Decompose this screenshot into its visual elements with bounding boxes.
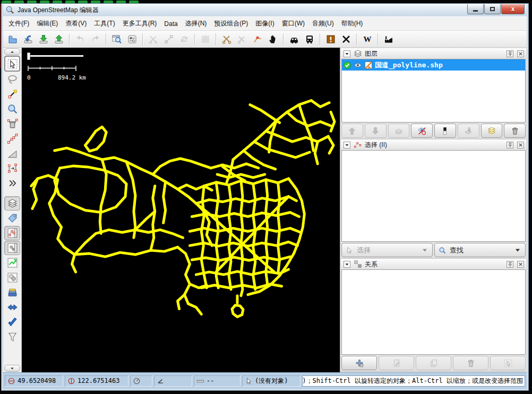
merge-toggle[interactable] (4, 300, 20, 314)
unglue-button[interactable] (250, 32, 264, 46)
hand-button[interactable] (265, 32, 280, 46)
zoom-tool[interactable] (4, 102, 20, 116)
layers-show-hide-layer-button[interactable] (411, 124, 433, 138)
layers-merge-layer-button[interactable] (458, 124, 479, 138)
menu-item-7[interactable]: 选择(N) (182, 17, 211, 30)
menu-item-11[interactable]: 音频(U) (308, 17, 338, 30)
download-data-button[interactable] (36, 32, 50, 46)
filter-toggle[interactable] (4, 330, 20, 344)
menu-item-8[interactable]: 预设组合(P) (210, 17, 252, 30)
layers-activate-layer-button[interactable] (388, 124, 410, 138)
layer-row[interactable]: 国道_polyline.shp (342, 59, 525, 71)
menu-item-12[interactable]: 帮助(H) (338, 17, 367, 30)
scroll-up-icon[interactable] (4, 48, 20, 55)
selection-panel-footer: 选择 查找 (341, 242, 526, 258)
undo-button[interactable] (73, 32, 87, 46)
waypoint-w-button[interactable]: W (360, 32, 374, 46)
selection-panel-header: 选择 (II) (341, 139, 526, 150)
split-way-tool[interactable] (4, 132, 20, 146)
delete-button[interactable] (339, 32, 353, 46)
menu-item-10[interactable]: 窗口(W) (278, 17, 308, 30)
refresh-button[interactable] (177, 32, 191, 46)
delete-tool[interactable] (4, 117, 20, 131)
draw-way-tool[interactable] (4, 87, 20, 101)
parallel-way-tool[interactable] (4, 161, 20, 176)
layers-toggle[interactable] (4, 196, 20, 211)
warning-button[interactable] (323, 32, 338, 46)
title-bar[interactable]: Java OpenStreetMap 编辑器 x (3, 4, 527, 16)
sticky-icon[interactable] (505, 141, 514, 149)
layers-move-layer-up-button[interactable] (341, 124, 363, 138)
factory-button[interactable] (381, 32, 396, 46)
scissors-button[interactable] (219, 32, 234, 46)
layers-layer-opacity-button[interactable] (434, 124, 456, 138)
car-button[interactable] (287, 32, 301, 46)
collapse-icon[interactable] (342, 50, 351, 58)
minimize-button[interactable] (467, 4, 484, 14)
scroll-down-icon[interactable] (4, 365, 20, 372)
layers-trash-button[interactable] (504, 124, 526, 138)
undo-icon (75, 34, 85, 45)
trash-icon (466, 358, 476, 368)
upload-data-button[interactable] (52, 32, 66, 46)
maximize-button[interactable] (484, 4, 501, 14)
relations-trash-button[interactable] (453, 356, 488, 370)
menu-item-4[interactable]: 工具(T) (90, 17, 118, 30)
scale-bar: 0 894.2 km (27, 64, 117, 83)
panel-close-icon[interactable] (516, 50, 525, 58)
layers-duplicate-layer-button[interactable] (481, 124, 503, 138)
layer-visibility-icon[interactable] (354, 61, 362, 69)
validator-toggle[interactable] (4, 315, 20, 329)
relations-add-relation-button[interactable] (341, 356, 377, 370)
menu-item-9[interactable]: 图像(I) (252, 17, 278, 30)
panel-close-icon[interactable] (516, 260, 525, 268)
search-button[interactable] (109, 32, 124, 46)
properties-toggle (7, 242, 18, 253)
split-way-button[interactable] (146, 32, 160, 46)
conflict-toggle[interactable] (4, 256, 20, 270)
menu-item-3[interactable]: 查看(V) (62, 17, 90, 30)
lasso-tool[interactable] (4, 72, 20, 86)
zoom-slider-handle[interactable] (27, 52, 30, 60)
search-dropdown-button[interactable]: 查找 (434, 243, 526, 257)
extrude-tool[interactable] (4, 146, 20, 161)
relations-select-relation-button[interactable] (490, 356, 526, 370)
selection-toggle[interactable] (4, 226, 20, 240)
collapse-icon[interactable] (342, 260, 351, 268)
open-file-button[interactable] (21, 32, 35, 46)
update-data-button[interactable] (198, 32, 212, 46)
menu-item-6[interactable]: Data (160, 19, 181, 29)
road-polyline (266, 180, 268, 284)
zoom-slider[interactable] (27, 52, 83, 60)
wrench-button[interactable] (235, 32, 249, 46)
relations-edit-relation-button[interactable] (379, 356, 414, 370)
preferences-button[interactable] (125, 32, 139, 46)
relations-duplicate-relation-button[interactable] (416, 356, 451, 370)
road-polyline (328, 136, 333, 153)
bus-button[interactable] (302, 32, 316, 46)
redo-button[interactable] (88, 32, 102, 46)
more-tools-button[interactable] (4, 176, 20, 190)
combine-way-button[interactable] (161, 32, 176, 46)
mappaint-toggle[interactable] (4, 270, 20, 285)
menu-item-1[interactable]: 文件(F) (5, 17, 33, 30)
new-file-button[interactable] (5, 32, 20, 46)
tags-toggle[interactable] (4, 211, 20, 225)
properties-toggle[interactable] (4, 241, 20, 255)
collapse-icon[interactable] (342, 141, 351, 149)
close-button[interactable]: x (501, 4, 525, 14)
active-layer-icon[interactable] (343, 61, 351, 69)
status-latitude: 49.6520498 (5, 375, 63, 387)
command-stack-toggle[interactable] (4, 285, 20, 300)
sticky-icon[interactable] (505, 260, 514, 268)
map-canvas[interactable]: 0 894.2 km (22, 48, 340, 372)
layers-move-layer-down-button[interactable] (365, 124, 387, 138)
select-dropdown-button[interactable]: 选择 (341, 243, 433, 257)
panel-close-icon[interactable] (516, 141, 525, 149)
menu-item-2[interactable]: 编辑(E) (33, 17, 62, 30)
new-file-icon (7, 34, 18, 45)
scroll-down-icon (8, 366, 16, 371)
sticky-icon[interactable] (505, 50, 514, 58)
menu-item-5[interactable]: 更多工具(R) (119, 17, 161, 30)
select-tool[interactable] (4, 56, 20, 72)
